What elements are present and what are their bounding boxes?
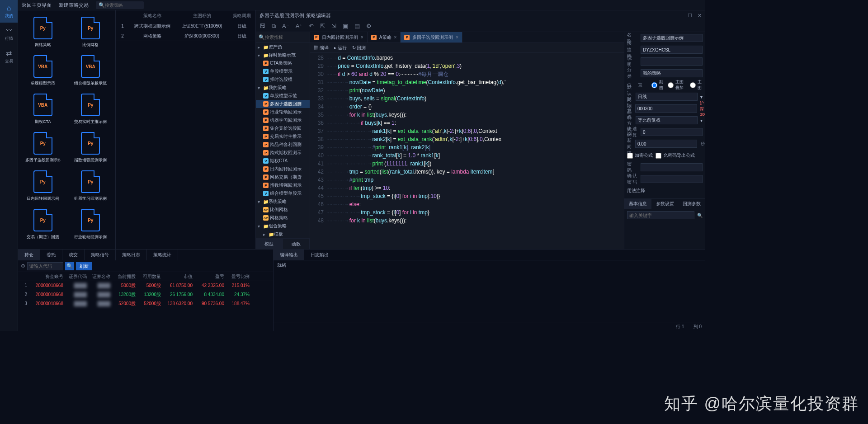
tool3-icon[interactable]: ⚙	[366, 23, 372, 29]
tree-node[interactable]: ▾📁我的策略	[256, 84, 310, 92]
save-icon[interactable]: 🖫	[259, 23, 265, 29]
code-editor[interactable]: 2829303132333435363738394041424344454647…	[310, 53, 624, 249]
pos-radio[interactable]: 主图叠加	[668, 79, 687, 91]
bottom-tab[interactable]: 策略信号	[85, 250, 116, 260]
prop-tab[interactable]: 基本信息	[624, 199, 651, 209]
tree-node[interactable]: P交易实时主推示	[256, 132, 310, 141]
prop-period-select[interactable]	[636, 93, 698, 101]
run-tab-run[interactable]: ▸ 运行	[334, 45, 347, 51]
pos-row[interactable]: 120000018668████████5000股5000股61 8750.00…	[18, 281, 273, 290]
allow-export-checkbox[interactable]: 允密码导出公式	[656, 152, 695, 159]
tree-node[interactable]: P多因子选股回测	[256, 100, 310, 108]
tree-node[interactable]: P机器学习回测示	[256, 116, 310, 124]
prop-tab[interactable]: 回测参数	[678, 199, 705, 209]
indicator-tree[interactable]: ▸📁资产负▾📁择时策略示范PCTA类策略V单股模型示V择时选股模▾📁我的策略V单…	[256, 43, 310, 238]
indicator-search[interactable]	[265, 35, 307, 40]
strategy-item[interactable]: Py交易（期货）回测	[20, 206, 66, 243]
export-icon[interactable]: ⇱	[320, 23, 325, 29]
search-button[interactable]: 🔍	[65, 262, 74, 270]
tree-node[interactable]: P指数增强回测示	[256, 181, 310, 189]
prop-desc-input[interactable]	[641, 57, 703, 66]
bottom-tab[interactable]: 持仓	[18, 250, 40, 260]
tree-node[interactable]: ▾📁系统策略	[256, 198, 310, 206]
close-tab-icon[interactable]: ×	[361, 35, 363, 40]
close-tab-icon[interactable]: ×	[456, 35, 458, 40]
tree-node[interactable]: ▾📁组合策略	[256, 222, 310, 230]
output-tab[interactable]: 编译输出	[274, 250, 304, 260]
maximize-icon[interactable]: ☐	[688, 13, 692, 19]
bottom-tab[interactable]: 成交	[62, 250, 85, 260]
run-tab-compile[interactable]: ▦ 编译	[314, 45, 329, 51]
prop-tab[interactable]: 参数设置	[651, 199, 679, 209]
refresh-button[interactable]: 刷新	[76, 262, 92, 270]
strategy-item[interactable]: Py交易实时主推示例	[68, 91, 114, 127]
tree-node[interactable]: V组合模型单股示	[256, 189, 310, 198]
prop-refresh-input[interactable]	[635, 140, 697, 148]
st-row[interactable]: 2网格策略沪深300(000300)日线	[116, 31, 255, 41]
minimize-icon[interactable]: —	[677, 13, 682, 19]
settings-icon[interactable]: ⚙	[21, 263, 25, 269]
keyword-input[interactable]	[627, 211, 694, 219]
prop-adj-select[interactable]	[636, 116, 698, 124]
encrypt-checkbox[interactable]: 加密公式	[627, 152, 653, 159]
run-tab-backtest[interactable]: ↻ 回测	[352, 45, 366, 51]
pos-row[interactable]: 320000018668████████52000股52000股138 6320…	[18, 299, 273, 308]
search-icon[interactable]: 🔍	[697, 213, 703, 218]
tree-node[interactable]: P行业轮动回测示	[256, 108, 310, 116]
prop-name-input[interactable]	[641, 34, 703, 42]
bottom-tab[interactable]: 策略统计	[147, 250, 178, 260]
tree-node[interactable]: P网格交易（期货	[256, 173, 310, 181]
output-tab[interactable]: 日志输出	[304, 250, 335, 260]
strategy-item[interactable]: Py日内回转回测示例	[20, 168, 66, 204]
chevron-down-icon[interactable]: ▾	[700, 118, 703, 123]
prop-pwd-input[interactable]	[641, 163, 703, 171]
bottom-tab[interactable]: 策略日志	[116, 250, 147, 260]
tree-node[interactable]: ▸📁资产负	[256, 43, 310, 51]
close-icon[interactable]: ✕	[698, 13, 702, 19]
nav-交易[interactable]: ⇄交易	[0, 45, 18, 68]
close-tab-icon[interactable]: ×	[394, 35, 397, 40]
font-inc-icon[interactable]: A⁺	[296, 23, 303, 29]
tree-node[interactable]: ▸📁模板	[256, 230, 310, 238]
pos-row[interactable]: 220000018668████████13200股13200股26 1756.…	[18, 290, 273, 299]
undo-icon[interactable]: ↶	[309, 23, 314, 29]
tree-node[interactable]: ▾📁择时策略示范	[256, 51, 310, 59]
tree-node[interactable]: V择时选股模	[256, 75, 310, 84]
new-strategy-link[interactable]: 新建策略交易	[59, 2, 89, 9]
tree-tab[interactable]: 函数	[283, 239, 310, 249]
bottom-tab[interactable]: 委托	[40, 250, 62, 260]
prop-cat-select[interactable]	[641, 69, 703, 77]
pos-radio[interactable]: 副图	[651, 79, 664, 91]
file-tab[interactable]: PA策略×	[368, 32, 401, 42]
strategy-item[interactable]: VBA单腿模型示范	[20, 52, 66, 89]
strategy-item[interactable]: Py机器学习回测示例	[68, 168, 114, 204]
search-input[interactable]	[105, 3, 141, 8]
tree-node[interactable]: oP比例网格	[256, 206, 310, 214]
tree-node[interactable]: V单股模型示	[256, 67, 310, 75]
pos-radio[interactable]: 主图	[690, 79, 703, 91]
chevron-down-icon[interactable]: ▾	[700, 94, 703, 99]
copy-icon[interactable]: ⧉	[272, 23, 276, 30]
home-link[interactable]: 返回主页界面	[22, 2, 52, 9]
st-row[interactable]: 1跨式期权回测示例上证50ETF(510050)日线	[116, 21, 255, 31]
strategy-item[interactable]: Py指数增强回测示例	[68, 129, 114, 166]
tree-node[interactable]: PCTA类策略	[256, 59, 310, 67]
strategy-item[interactable]: Py网格策略	[20, 14, 66, 51]
tree-node[interactable]: P跨品种套利回测	[256, 141, 310, 149]
strategy-item[interactable]: Py比例网格	[68, 14, 114, 51]
topbar-search[interactable]: 🔍	[96, 1, 144, 9]
file-tab[interactable]: P多因子选股回测示例×	[401, 32, 462, 42]
nav-我的[interactable]: ⌂我的	[0, 0, 18, 23]
prop-code-input[interactable]	[641, 46, 703, 54]
tool2-icon[interactable]: ▤	[354, 23, 360, 29]
tool1-icon[interactable]: ▣	[343, 23, 348, 29]
tree-node[interactable]: P集合竞价选股回	[256, 124, 310, 132]
tree-node[interactable]: P跨式期权回测示	[256, 149, 310, 157]
prop-default-code-input[interactable]	[635, 104, 697, 113]
strategy-item[interactable]: Py行业轮动回测示例	[68, 206, 114, 243]
prop-pwd-confirm-input[interactable]	[641, 175, 703, 183]
strategy-item[interactable]: VBA期权CTA	[20, 91, 66, 127]
tree-node[interactable]: V期权CTA	[256, 157, 310, 165]
strategy-item[interactable]: Py多因子选股回测示B	[20, 129, 66, 166]
strategy-item[interactable]: VBA组合模型单腿示范	[68, 52, 114, 89]
